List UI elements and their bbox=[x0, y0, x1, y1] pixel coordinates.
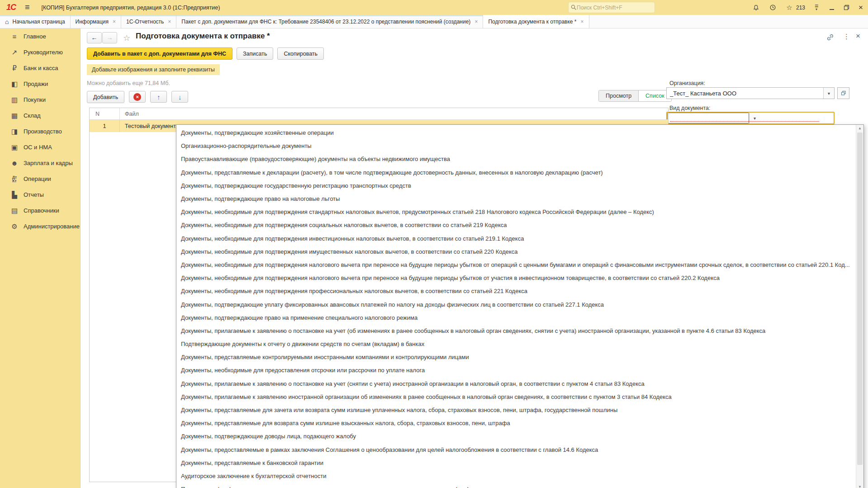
organization-dropdown-button[interactable]: ▾ bbox=[823, 88, 834, 99]
tab-bar: ⌂ Начальная страница Информация × 1С-Отч… bbox=[0, 15, 868, 28]
search-input[interactable] bbox=[577, 5, 652, 11]
doc-type-option[interactable]: Документы, прилагаемые к заявлению о пос… bbox=[177, 324, 855, 337]
doc-type-option[interactable]: Документы, представляемые к декларации (… bbox=[177, 166, 855, 179]
tab-close-icon[interactable]: × bbox=[168, 19, 171, 25]
more-menu-icon[interactable]: ⋮ bbox=[843, 33, 850, 41]
main-menu-icon[interactable]: ≡ bbox=[25, 3, 30, 12]
doc-type-option[interactable]: Документы, необходимые для подтверждения… bbox=[177, 258, 855, 271]
doc-type-dropdown-button[interactable]: ▾ bbox=[749, 113, 760, 123]
add-to-favorites-star-icon[interactable]: ☆ bbox=[123, 33, 130, 43]
search-icon bbox=[571, 5, 577, 10]
sidebar-item[interactable]: ₽ Банк и касса bbox=[0, 60, 80, 76]
close-window-button[interactable]: × bbox=[855, 0, 867, 15]
view-switch: Просмотр Список bbox=[598, 90, 672, 102]
doc-type-option[interactable]: Пояснения и (или) документы, подтверждаю… bbox=[177, 483, 855, 488]
close-form-icon[interactable]: × bbox=[856, 32, 860, 41]
sidebar-item-label: Справочники bbox=[24, 203, 59, 218]
dt-kt-icon: Дт Кт bbox=[9, 171, 20, 187]
scroll-down-arrow-icon[interactable]: ▼ bbox=[856, 485, 863, 488]
sidebar-item-label: Покупки bbox=[24, 92, 46, 108]
sidebar-item[interactable]: ▤ Справочники bbox=[0, 203, 80, 218]
doc-type-option[interactable]: Документы, предоставляемые в рамках закл… bbox=[177, 443, 855, 456]
sidebar-item[interactable]: ▣ ОС и НМА bbox=[0, 139, 80, 155]
view-mode-button[interactable]: Просмотр bbox=[599, 90, 638, 101]
doc-type-input[interactable] bbox=[667, 113, 749, 123]
add-to-fns-package-button[interactable]: Добавить в пакет с доп. документами для … bbox=[87, 47, 232, 60]
sidebar-item-label: Зарплата и кадры bbox=[24, 155, 73, 171]
move-down-button[interactable]: ↓ bbox=[171, 91, 188, 103]
minimize-button[interactable] bbox=[826, 0, 838, 15]
sidebar-item[interactable]: ↗ Руководителю bbox=[0, 44, 80, 60]
column-header-file[interactable]: Файл bbox=[120, 108, 668, 119]
doc-type-option[interactable]: Документы, подтверждающие доводы лица, п… bbox=[177, 430, 855, 443]
organization-label: Организация: bbox=[669, 80, 705, 86]
doc-type-option[interactable]: Документы, необходимые для подтверждения… bbox=[177, 205, 855, 218]
service-menu-icon[interactable]: ≡ ▾ bbox=[811, 0, 822, 15]
sidebar-item[interactable]: Дт Кт Операции bbox=[0, 171, 80, 187]
doc-type-option[interactable]: Документы, подтверждающие право на налог… bbox=[177, 192, 855, 205]
row-number-cell: 1 bbox=[90, 120, 120, 132]
tab[interactable]: Информация × bbox=[71, 15, 122, 28]
doc-type-option[interactable]: Документы, необходимые для подтверждения… bbox=[177, 232, 855, 245]
save-button[interactable]: Записать bbox=[237, 47, 273, 60]
sidebar-item[interactable]: ⚙ Администрирование bbox=[0, 218, 80, 234]
doc-type-option[interactable]: Документы, подтверждающие уплату фиксиро… bbox=[177, 298, 855, 311]
sidebar-item[interactable]: ☻ Зарплата и кадры bbox=[0, 155, 80, 171]
global-search[interactable] bbox=[568, 2, 655, 13]
doc-type-option[interactable]: Правоустанавливающие (правоудостоверяющи… bbox=[177, 152, 855, 166]
tab[interactable]: 1С-Отчетность × bbox=[121, 15, 176, 28]
doc-type-option[interactable]: Организационно-распорядительные документ… bbox=[177, 139, 855, 152]
tab-label: 1С-Отчетность bbox=[126, 19, 164, 25]
doc-type-option[interactable]: Аудиторское заключение к бухгалтерской о… bbox=[177, 469, 855, 483]
trend-icon: ↗ bbox=[9, 44, 20, 60]
popup-scrollbar[interactable]: ▲ ▼ bbox=[856, 125, 863, 488]
delete-file-button[interactable]: × bbox=[129, 91, 146, 103]
sidebar-item[interactable]: ▙ Отчеты bbox=[0, 187, 80, 203]
tab-close-icon[interactable]: × bbox=[113, 19, 116, 25]
scrollbar-thumb[interactable] bbox=[857, 133, 863, 465]
doc-type-option[interactable]: Документы, представляемые для возврата с… bbox=[177, 417, 855, 430]
delete-icon: × bbox=[133, 93, 141, 101]
tab-close-icon[interactable]: × bbox=[581, 19, 584, 25]
restore-button[interactable] bbox=[840, 0, 852, 15]
doc-type-option[interactable]: Подтверждающие документы к отчету о движ… bbox=[177, 337, 855, 351]
doc-type-option[interactable]: Документы, представляемые для зачета или… bbox=[177, 403, 855, 417]
history-icon[interactable] bbox=[767, 0, 778, 15]
doc-type-option[interactable]: Документы, необходимые для подтверждения… bbox=[177, 218, 855, 232]
sidebar-item[interactable]: ▦ Склад bbox=[0, 108, 80, 123]
doc-type-option[interactable]: Документы, необходимые для подтверждения… bbox=[177, 271, 855, 284]
files-toolbar: Добавить × ↑ ↓ bbox=[87, 91, 188, 103]
ruble-icon: ₽ bbox=[9, 60, 20, 76]
sidebar-item[interactable]: ◧ Продажи bbox=[0, 76, 80, 92]
doc-type-option[interactable]: Документы, необходимые для предоставлени… bbox=[177, 364, 855, 377]
doc-type-option[interactable]: Документы, необходимые для подтверждения… bbox=[177, 284, 855, 298]
sidebar-item[interactable]: ▥ Покупки bbox=[0, 92, 80, 108]
tab[interactable]: Пакет с доп. документами для ФНС к: Треб… bbox=[176, 15, 483, 28]
tab-close-icon[interactable]: × bbox=[474, 19, 478, 25]
doc-type-option[interactable]: Документы, подтверждающие хозяйственные … bbox=[177, 126, 855, 139]
organization-open-button[interactable] bbox=[837, 87, 849, 99]
sidebar-item[interactable]: ◨ Производство bbox=[0, 123, 80, 139]
nav-back-button[interactable]: ← bbox=[87, 32, 102, 43]
doc-type-option[interactable]: Документы, прилагаемые к заявлению иност… bbox=[177, 390, 855, 403]
scroll-up-arrow-icon[interactable]: ▲ bbox=[856, 126, 863, 130]
doc-type-option[interactable]: Документы, представляемые к банковской г… bbox=[177, 456, 855, 469]
doc-type-option[interactable]: Документы, представляемые контролируемым… bbox=[177, 351, 855, 364]
get-link-icon[interactable] bbox=[827, 34, 834, 43]
doc-type-option[interactable]: Документы, подтверждающие государственну… bbox=[177, 179, 855, 192]
tab[interactable]: ⌂ Начальная страница bbox=[0, 15, 71, 28]
column-header-n[interactable]: N bbox=[90, 108, 120, 119]
add-file-button[interactable]: Добавить bbox=[87, 91, 124, 103]
notifications-bell-icon[interactable] bbox=[750, 0, 762, 15]
doc-type-option[interactable]: Документы, подтверждающие право на приме… bbox=[177, 311, 855, 324]
doc-type-option[interactable]: Документы, необходимые для подтверждения… bbox=[177, 245, 855, 258]
organization-input[interactable] bbox=[667, 88, 823, 99]
doc-type-option[interactable]: Документы, прилагаемые к заявлению о пос… bbox=[177, 377, 855, 390]
tab[interactable]: Подготовка документа к отправке * × bbox=[483, 15, 589, 28]
sidebar-item-label: Производство bbox=[24, 123, 62, 139]
favorites-star-icon[interactable]: ☆ bbox=[783, 0, 795, 15]
move-up-button[interactable]: ↑ bbox=[150, 91, 167, 103]
copy-button[interactable]: Скопировать bbox=[277, 47, 324, 60]
nav-forward-button[interactable]: → bbox=[102, 32, 117, 43]
sidebar-item[interactable]: ≡ Главное bbox=[0, 28, 80, 44]
